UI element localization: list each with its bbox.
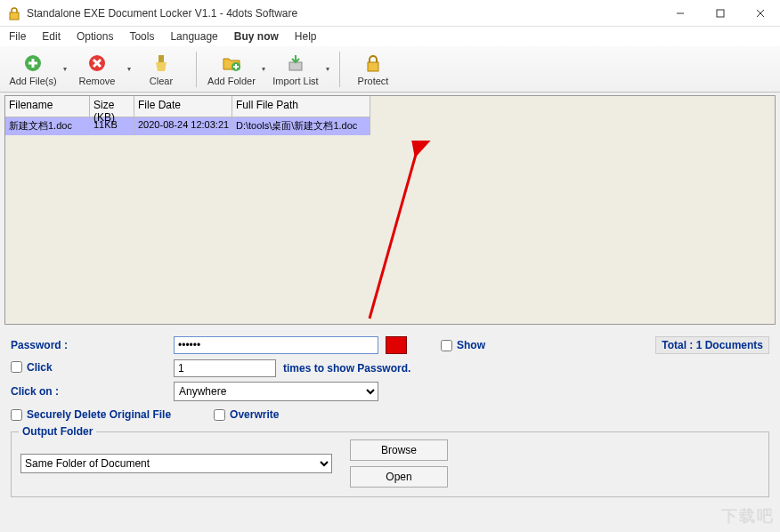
window-title: Standalone EXE Document Locker V1.1 - 4d… <box>27 7 660 20</box>
col-filename[interactable]: Filename <box>5 96 90 117</box>
browse-button[interactable]: Browse <box>350 439 448 461</box>
separator <box>196 52 197 87</box>
cell-filename: 新建文档1.doc <box>5 117 90 135</box>
minimize-button[interactable] <box>660 0 700 27</box>
annotation-arrow <box>365 141 436 327</box>
cell-date: 2020-08-24 12:03:21 <box>134 117 232 135</box>
import-dropdown[interactable]: ▾ <box>323 65 332 73</box>
add-folder-button[interactable]: Add Folder <box>204 48 259 91</box>
watermark: 下载吧 <box>721 505 775 527</box>
clear-icon <box>150 52 172 74</box>
output-folder-select[interactable]: Same Folder of Document <box>20 454 332 473</box>
col-size[interactable]: Size (KB) <box>90 96 134 117</box>
click-checkbox[interactable]: Click <box>11 361 53 374</box>
output-legend: Output Folder <box>19 425 96 438</box>
remove-dropdown[interactable]: ▾ <box>125 65 134 73</box>
menu-language[interactable]: Language <box>170 30 217 43</box>
addfolder-dropdown[interactable]: ▾ <box>259 65 268 73</box>
cell-size: 11KB <box>90 117 134 135</box>
svg-rect-11 <box>158 55 164 62</box>
menu-tools[interactable]: Tools <box>129 30 154 43</box>
menu-buynow[interactable]: Buy now <box>234 30 279 43</box>
file-list[interactable]: Filename Size (KB) File Date Full File P… <box>4 95 776 325</box>
secure-delete-checkbox[interactable]: Securely Delete Original File <box>11 408 171 421</box>
menu-options[interactable]: Options <box>77 30 113 43</box>
add-file-button[interactable]: Add File(s) <box>5 48 61 91</box>
click-suffix: times to show Password. <box>283 362 410 375</box>
menu-edit[interactable]: Edit <box>42 30 61 43</box>
svg-rect-0 <box>10 12 19 20</box>
clear-button[interactable]: Clear <box>134 48 189 91</box>
open-button[interactable]: Open <box>350 466 448 488</box>
separator <box>339 52 340 87</box>
svg-line-17 <box>370 145 418 318</box>
remove-icon <box>86 52 108 74</box>
show-checkbox[interactable]: Show <box>441 339 485 351</box>
import-list-button[interactable]: Import List <box>268 48 323 91</box>
menu-file[interactable]: File <box>9 30 26 43</box>
password-input[interactable] <box>174 336 378 354</box>
add-dropdown[interactable]: ▾ <box>61 65 69 73</box>
lock-icon <box>362 52 384 74</box>
click-count-input[interactable] <box>174 359 276 377</box>
clickon-select[interactable]: Anywhere <box>174 382 378 401</box>
col-date[interactable]: File Date <box>134 96 232 117</box>
col-path[interactable]: Full File Path <box>232 96 370 117</box>
add-icon <box>22 52 44 74</box>
file-row[interactable]: 新建文档1.doc 11KB 2020-08-24 12:03:21 D:\to… <box>5 117 370 135</box>
close-button[interactable] <box>740 0 780 27</box>
password-label: Password : <box>11 339 167 351</box>
menu-help[interactable]: Help <box>295 30 317 43</box>
total-count: Total : 1 Documents <box>655 336 769 354</box>
folder-add-icon <box>221 52 242 74</box>
import-icon <box>285 52 306 74</box>
cell-path: D:\tools\桌面\新建文档1.doc <box>232 117 370 135</box>
strength-indicator <box>386 336 407 354</box>
app-icon <box>7 6 21 20</box>
svg-rect-16 <box>368 62 378 71</box>
maximize-button[interactable] <box>700 0 740 27</box>
clickon-label: Click on : <box>11 385 167 398</box>
remove-button[interactable]: Remove <box>69 48 125 91</box>
protect-button[interactable]: Protect <box>347 48 399 91</box>
overwrite-checkbox[interactable]: Overwrite <box>214 408 279 421</box>
svg-rect-2 <box>717 10 724 17</box>
output-folder-group: Output Folder Same Folder of Document Br… <box>11 431 769 497</box>
